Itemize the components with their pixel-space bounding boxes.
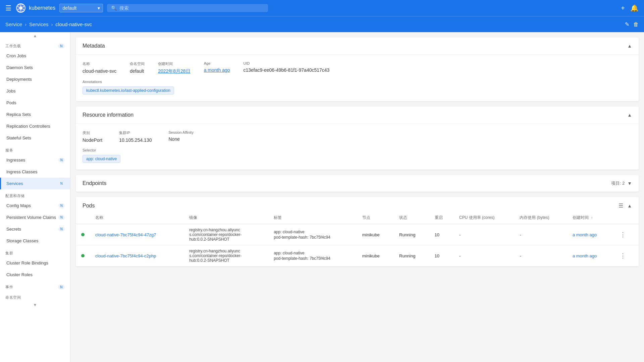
sidebar-item-pods[interactable]: Pods [0, 97, 70, 109]
pod-restarts: 10 [435, 232, 439, 237]
section-namespace: 命名空间 [0, 291, 70, 301]
sidebar-item-pvc[interactable]: Persistent Volume Claims N [0, 212, 70, 223]
sidebar-item-daemon-sets[interactable]: Daemon Sets [0, 62, 70, 73]
pod-tag: pod-template-hash: 7bc75f4c94 [274, 235, 352, 240]
sidebar-item-storage-classes[interactable]: Storage Classes [0, 235, 70, 247]
app-logo: kubernetes [15, 3, 55, 13]
field-cluster-ip: 集群IP 10.105.254.130 [119, 130, 152, 143]
annotation-badge[interactable]: kubectl.kubernetes.io/last-applied-confi… [83, 86, 174, 95]
edit-icon[interactable]: ✎ [625, 21, 629, 27]
config-label: 配置和存储 [5, 193, 25, 198]
sidebar-item-deployments[interactable]: Deployments [0, 73, 70, 85]
pod-created-cell: a month ago [567, 245, 613, 266]
secrets-badge: N [58, 227, 65, 231]
sidebar-scroll-down[interactable]: ▼ [0, 301, 70, 309]
breadcrumb-current: cloud-native-svc [56, 21, 92, 27]
hamburger-icon[interactable]: ☰ [5, 4, 11, 12]
sidebar-item-cluster-roles[interactable]: Cluster Roles [0, 269, 70, 281]
pod-cpu: - [459, 253, 461, 258]
selector-badge[interactable]: app: cloud-native [83, 155, 120, 163]
session-affinity-value: None [168, 136, 193, 142]
sidebar-item-stateful-sets[interactable]: Stateful Sets [0, 132, 70, 144]
col-status: 状态 [394, 212, 429, 224]
col-created[interactable]: 创建时间 ↑ [567, 212, 613, 224]
namespace-selector[interactable]: default ▾ [59, 4, 103, 12]
pods-collapse-btn[interactable]: ▲ [627, 203, 632, 208]
metadata-collapse-btn[interactable]: ▲ [627, 43, 632, 49]
pod-memory: - [520, 232, 521, 237]
sidebar-item-replica-sets[interactable]: Replica Sets [0, 109, 70, 120]
pod-tags: app: cloud-nativepod-template-hash: 7bc7… [274, 251, 352, 261]
sidebar-item-replication-controllers[interactable]: Replication Controllers [0, 120, 70, 132]
pod-tags-cell: app: cloud-nativepod-template-hash: 7bc7… [268, 224, 357, 245]
pod-restarts-cell: 10 [429, 245, 454, 266]
add-icon[interactable]: + [621, 4, 625, 12]
pod-created[interactable]: a month ago [573, 253, 597, 258]
pod-status-cell: Running [394, 224, 429, 245]
col-restarts: 重启 [429, 212, 454, 224]
col-status-indicator [76, 212, 90, 224]
section-workload: 工作负载 N [0, 40, 70, 50]
pod-status-cell: Running [394, 245, 429, 266]
pod-more-btn[interactable]: ⋮ [619, 251, 627, 260]
filter-icon[interactable]: ☰ [619, 202, 623, 209]
pod-status-dot [76, 245, 90, 266]
field-created: 创建时间 2022年8月28日 [158, 61, 191, 74]
section-service: 服务 [0, 144, 70, 154]
sidebar-item-config-maps[interactable]: Config Maps N [0, 200, 70, 212]
cluster-ip-value: 10.105.254.130 [119, 137, 152, 143]
field-age: Age a month ago [204, 61, 230, 74]
sidebar-item-cron-jobs[interactable]: Cron Jobs [0, 50, 70, 62]
age-value[interactable]: a month ago [204, 67, 230, 73]
sidebar-item-cluster-role-bindings[interactable]: Cluster Role Bindings [0, 257, 70, 269]
col-image: 镜像 [184, 212, 268, 224]
pod-node-cell: minikube [357, 245, 394, 266]
endpoints-meta: 项目: 2 ▼ [611, 180, 632, 186]
endpoints-collapse-btn[interactable]: ▼ [627, 181, 632, 186]
col-cpu: CPU 使用率 (cores) [454, 212, 514, 224]
metadata-grid: 名称 cloud-native-svc 命名空间 default 创建时间 20… [83, 61, 632, 74]
metadata-body: 名称 cloud-native-svc 命名空间 default 创建时间 20… [76, 55, 639, 101]
pod-tags-cell: app: cloud-nativepod-template-hash: 7bc7… [268, 245, 357, 266]
top-navbar: ☰ kubernetes default ▾ 🔍 + 🔔 [0, 0, 644, 16]
col-memory: 内存使用 (bytes) [514, 212, 567, 224]
workload-badge: N [58, 44, 65, 48]
pod-created[interactable]: a month ago [573, 232, 597, 237]
events-badge: N [58, 285, 65, 289]
pod-name-link[interactable]: cloud-native-7bc75f4c94-47zg7 [95, 232, 156, 237]
breadcrumb-bar: Service › Services › cloud-native-svc ✎ … [0, 16, 644, 32]
sidebar-scroll-up[interactable]: ▲ [0, 32, 70, 40]
sidebar-item-jobs[interactable]: Jobs [0, 85, 70, 97]
breadcrumb-sep2: › [51, 21, 53, 27]
field-type: 类别 NodePort [83, 130, 102, 143]
breadcrumb-service[interactable]: Service [5, 21, 22, 27]
uid-value: c13efac9-ee06-49b6-81f1-97a40c517c43 [244, 67, 330, 73]
col-name[interactable]: 名称 [90, 212, 184, 224]
notification-icon[interactable]: 🔔 [630, 4, 639, 12]
breadcrumb-services[interactable]: Services [29, 21, 49, 27]
sidebar-item-secrets[interactable]: Secrets N [0, 223, 70, 235]
app-name: kubernetes [29, 5, 55, 11]
ingresses-badge: N [58, 158, 65, 162]
content-area: Metadata ▲ 名称 cloud-native-svc 命名空间 defa… [70, 32, 644, 362]
pod-name-link[interactable]: cloud-native-7bc75f4c94-c2php [95, 253, 156, 258]
delete-icon[interactable]: 🗑 [633, 21, 639, 27]
sidebar-item-ingresses[interactable]: Ingresses N [0, 154, 70, 166]
sidebar-item-services[interactable]: Services N [0, 178, 70, 189]
metadata-card-header: Metadata ▲ [76, 38, 639, 55]
endpoints-card: Endpoints 项目: 2 ▼ [76, 175, 639, 192]
pod-more-cell: ⋮ [613, 224, 639, 245]
pod-more-btn[interactable]: ⋮ [619, 230, 627, 239]
sidebar-item-ingress-classes[interactable]: Ingress Classes [0, 166, 70, 178]
created-value[interactable]: 2022年8月28日 [158, 68, 191, 74]
pod-image: registry.cn-hangzhou.aliyuncs.com/contai… [189, 249, 243, 263]
field-session-affinity: Session Affinity None [168, 130, 193, 143]
navbar-actions: + 🔔 [621, 4, 639, 12]
search-input[interactable] [119, 5, 264, 11]
name-value: cloud-native-svc [83, 68, 116, 74]
main-layout: ▲ 工作负载 N Cron Jobs Daemon Sets Deploymen… [0, 32, 644, 362]
pod-cpu: - [459, 232, 461, 237]
section-config: 配置和存储 [0, 189, 70, 200]
resource-info-collapse-btn[interactable]: ▲ [627, 112, 632, 118]
section-events: 事件 N [0, 281, 70, 291]
